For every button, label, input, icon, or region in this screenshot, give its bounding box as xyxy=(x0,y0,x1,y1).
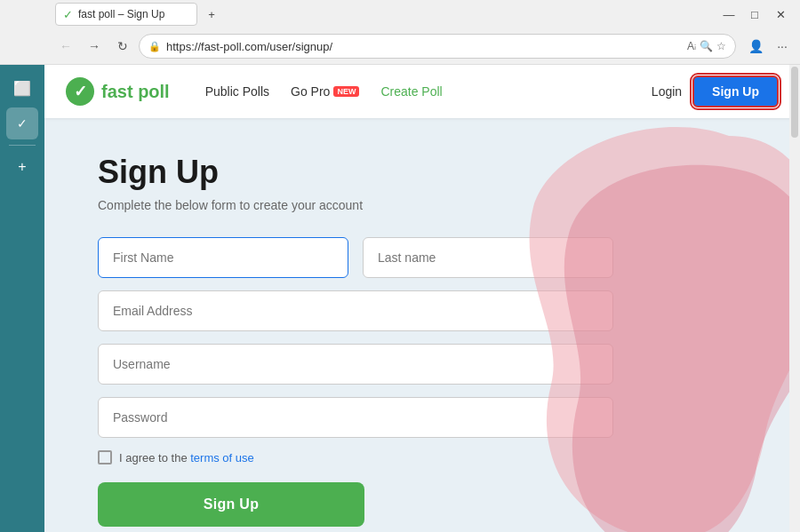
site-nav-links: Public Polls Go Pro NEW Create Poll xyxy=(205,84,634,99)
back-button[interactable]: ← xyxy=(53,34,78,59)
maximize-button[interactable]: □ xyxy=(742,4,767,24)
signup-section: Sign Up Complete the below form to creat… xyxy=(44,118,667,532)
email-input[interactable] xyxy=(98,290,613,331)
public-polls-link[interactable]: Public Polls xyxy=(205,84,269,99)
signup-nav-button[interactable]: Sign Up xyxy=(692,75,779,107)
zoom-icon: 🔍 xyxy=(700,40,713,52)
url-text: https://fast-poll.com/user/signup/ xyxy=(166,40,682,53)
login-link[interactable]: Login xyxy=(652,84,682,99)
lock-icon: 🔒 xyxy=(148,41,161,52)
reader-icon: Aᵢ xyxy=(687,40,696,52)
terms-text: I agree to the terms of use xyxy=(119,451,254,465)
scrollbar[interactable] xyxy=(789,65,800,532)
terms-checkbox[interactable] xyxy=(98,450,112,465)
page-title: Sign Up xyxy=(98,154,613,191)
terms-row: I agree to the terms of use xyxy=(98,450,613,465)
new-badge: NEW xyxy=(333,86,359,97)
website-content: ✓ fast poll Public Polls Go Pro NEW Crea… xyxy=(44,65,800,532)
sidebar-tabs-button[interactable]: ⬜ xyxy=(6,72,38,104)
first-name-input[interactable] xyxy=(98,237,348,278)
browser-sidebar: ⬜ ✓ + xyxy=(0,65,44,532)
sidebar-add-button[interactable]: + xyxy=(6,151,38,183)
new-tab-button[interactable]: + xyxy=(199,4,224,24)
logo-icon: ✓ xyxy=(66,77,94,106)
last-name-input[interactable] xyxy=(363,237,613,278)
username-input[interactable] xyxy=(98,344,613,385)
bookmark-icon: ☆ xyxy=(716,40,726,52)
password-input[interactable] xyxy=(98,397,613,438)
site-navigation: ✓ fast poll Public Polls Go Pro NEW Crea… xyxy=(44,65,800,118)
profile-button[interactable]: 👤 xyxy=(743,34,768,59)
terms-link[interactable]: terms of use xyxy=(190,451,254,465)
logo-text: fast poll xyxy=(101,82,170,102)
form-subtitle: Complete the below form to create your a… xyxy=(98,198,613,212)
scrollbar-thumb[interactable] xyxy=(791,67,798,138)
sidebar-active-tab-button[interactable]: ✓ xyxy=(6,107,38,139)
minimize-button[interactable]: — xyxy=(716,4,741,24)
site-logo: ✓ fast poll xyxy=(66,77,170,106)
signup-submit-button[interactable]: Sign Up xyxy=(98,482,364,527)
address-bar[interactable]: 🔒 https://fast-poll.com/user/signup/ Aᵢ … xyxy=(139,34,736,59)
refresh-button[interactable]: ↻ xyxy=(110,34,135,59)
go-pro-link[interactable]: Go Pro NEW xyxy=(291,84,359,99)
site-nav-right: Login Sign Up xyxy=(652,75,779,107)
create-poll-link[interactable]: Create Poll xyxy=(380,84,442,99)
name-fields-row xyxy=(98,237,613,278)
close-button[interactable]: ✕ xyxy=(768,4,793,24)
forward-button[interactable]: → xyxy=(82,34,107,59)
menu-button[interactable]: ··· xyxy=(770,34,795,59)
sidebar-divider xyxy=(9,145,36,146)
